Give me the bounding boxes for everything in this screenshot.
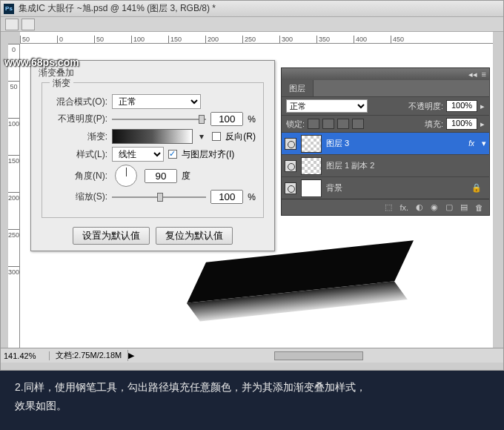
- tab-layers[interactable]: 图层: [282, 80, 314, 96]
- opacity-label: 不透明度(P):: [50, 113, 107, 125]
- ruler-tick: 0: [57, 36, 94, 43]
- ruler-tick: 100: [8, 118, 19, 155]
- blend-mode-label: 混合模式(O):: [50, 96, 107, 108]
- lock-icon: 🔒: [471, 183, 486, 193]
- titlebar: Ps 集成IC 大眼仔 ~旭.psd @ 141% (图层 3, RGB/8) …: [1, 1, 503, 17]
- panel-tabs: 图层: [282, 80, 489, 96]
- dropdown-icon[interactable]: ▸: [480, 119, 485, 129]
- layer-name: 图层 3: [326, 138, 349, 149]
- dropdown-icon[interactable]: ▸: [480, 102, 485, 111]
- status-bar: 141.42% 文档:2.75M/2.18M ▶: [1, 348, 503, 363]
- h-scrollbar[interactable]: [134, 351, 503, 360]
- set-default-button[interactable]: 设置为默认值: [73, 227, 150, 245]
- angle-dial[interactable]: [115, 165, 137, 187]
- ruler-vertical: 0 50 100 150 200 250 300: [8, 44, 20, 348]
- gradient-label: 渐变:: [50, 130, 107, 143]
- lock-label: 锁定:: [286, 119, 305, 130]
- ruler-tick: 350: [316, 36, 354, 43]
- ps-icon: Ps: [4, 4, 14, 14]
- layer-opacity-input[interactable]: 100%: [446, 100, 477, 112]
- blend-mode-select[interactable]: 正常: [112, 94, 201, 109]
- reverse-label: 反向(R): [225, 130, 256, 143]
- ruler-tick: 100: [131, 36, 168, 43]
- caption: 2.同样，使用钢笔工具，勾出路径填充任意颜色，并为其添加渐变叠加样式， 效果如图…: [15, 378, 489, 415]
- layers-panel: ◂◂ ≡ 图层 正常 不透明度: 100% ▸ 锁定: 填充: 100% ▸: [281, 67, 490, 216]
- ruler-horizontal: 50 0 50 100 150 200 250 300 350 400 450: [20, 32, 493, 44]
- percent-label: %: [248, 114, 256, 125]
- gradient-preview[interactable]: [112, 129, 193, 144]
- chevron-down-icon[interactable]: ▾: [482, 139, 486, 148]
- layer-blend-select[interactable]: 正常: [286, 99, 368, 113]
- angle-label: 角度(N):: [50, 170, 107, 182]
- chevron-right-icon[interactable]: ▶: [128, 351, 134, 360]
- reverse-checkbox[interactable]: [212, 132, 221, 141]
- fieldset-legend: 渐变: [50, 77, 73, 90]
- ruler-tick: 150: [168, 36, 205, 43]
- ruler-tick: 200: [205, 36, 242, 43]
- layer-style-dialog: 渐变叠加 渐变 混合模式(O): 正常 不透明度(P): % 渐变: 反向(R): [30, 60, 275, 251]
- caption-line: 效果如图。: [15, 397, 489, 415]
- fill-label: 填充:: [425, 119, 443, 130]
- group-icon[interactable]: ▢: [445, 202, 453, 212]
- layer-thumbnail[interactable]: [301, 179, 322, 197]
- opacity-input[interactable]: [210, 112, 243, 126]
- ruler-tick: 450: [391, 36, 428, 43]
- ruler-tick: 50: [94, 36, 131, 43]
- scale-input[interactable]: [210, 190, 243, 204]
- align-checkbox[interactable]: [168, 150, 177, 159]
- fx-icon[interactable]: fx.: [399, 203, 408, 212]
- ruler-tick: 250: [8, 229, 19, 266]
- layer-row[interactable]: 图层 1 副本 2: [282, 154, 489, 176]
- options-bar: [1, 17, 503, 32]
- caption-line: 2.同样，使用钢笔工具，勾出路径填充任意颜色，并为其添加渐变叠加样式，: [15, 378, 489, 397]
- visibility-icon[interactable]: [285, 138, 296, 150]
- artwork-shape: [175, 240, 414, 328]
- ruler-tick: 50: [20, 36, 57, 43]
- lock-pixels-icon[interactable]: [322, 119, 334, 129]
- align-label: 与图层对齐(I): [182, 148, 234, 161]
- layer-thumbnail[interactable]: [301, 135, 322, 153]
- adjustment-icon[interactable]: ◉: [431, 202, 438, 212]
- watermark: www.68ps.com: [4, 56, 79, 68]
- opacity-slider[interactable]: [112, 113, 206, 125]
- panel-footer: ⬚ fx. ◐ ◉ ▢ ▤ 🗑: [282, 199, 489, 215]
- mask-icon[interactable]: ◐: [416, 202, 423, 212]
- ruler-tick: 300: [279, 36, 316, 43]
- degree-label: 度: [182, 170, 190, 182]
- fx-badge[interactable]: fx: [468, 139, 477, 148]
- style-select[interactable]: 线性: [112, 147, 164, 162]
- reset-default-button[interactable]: 复位为默认值: [156, 227, 233, 245]
- fill-input[interactable]: 100%: [446, 118, 477, 130]
- new-layer-icon[interactable]: ▤: [460, 202, 468, 212]
- ruler-tick: 50: [8, 81, 19, 118]
- doc-info[interactable]: 文档:2.75M/2.18M: [50, 350, 128, 361]
- layers-list: 图层 3 fx ▾ 图层 1 副本 2 背景 🔒: [282, 132, 489, 199]
- visibility-icon[interactable]: [285, 182, 296, 194]
- scale-label: 缩放(S):: [50, 191, 107, 203]
- lock-transparency-icon[interactable]: [308, 119, 319, 129]
- zoom-level[interactable]: 141.42%: [1, 351, 50, 360]
- angle-input[interactable]: [145, 169, 177, 183]
- trash-icon[interactable]: 🗑: [475, 203, 483, 212]
- photoshop-window: Ps 集成IC 大眼仔 ~旭.psd @ 141% (图层 3, RGB/8) …: [0, 0, 504, 371]
- layer-row[interactable]: 背景 🔒: [282, 176, 489, 199]
- blend-opacity-row: 正常 不透明度: 100% ▸: [282, 96, 489, 115]
- collapse-icon[interactable]: ◂◂: [468, 70, 477, 79]
- ruler-tick: 300: [8, 266, 19, 303]
- layer-thumbnail[interactable]: [301, 157, 322, 175]
- lock-position-icon[interactable]: [337, 119, 349, 129]
- layer-opacity-label: 不透明度:: [408, 101, 443, 112]
- toolbar-button[interactable]: [21, 19, 35, 30]
- lock-all-icon[interactable]: [352, 119, 364, 129]
- style-label: 样式(L):: [50, 148, 107, 161]
- link-layers-icon[interactable]: ⬚: [385, 202, 392, 212]
- visibility-icon[interactable]: [285, 160, 296, 172]
- layer-name: 背景: [326, 182, 342, 194]
- percent-label: %: [248, 192, 256, 202]
- layer-row[interactable]: 图层 3 fx ▾: [282, 132, 489, 154]
- toolbar-button[interactable]: [5, 19, 19, 30]
- scale-slider[interactable]: [112, 191, 206, 203]
- panel-menu-icon[interactable]: ≡: [482, 70, 486, 79]
- panel-titlebar: ◂◂ ≡: [282, 68, 489, 80]
- gradient-fieldset: 渐变 混合模式(O): 正常 不透明度(P): % 渐变: 反向(R) 样式(L…: [42, 82, 264, 218]
